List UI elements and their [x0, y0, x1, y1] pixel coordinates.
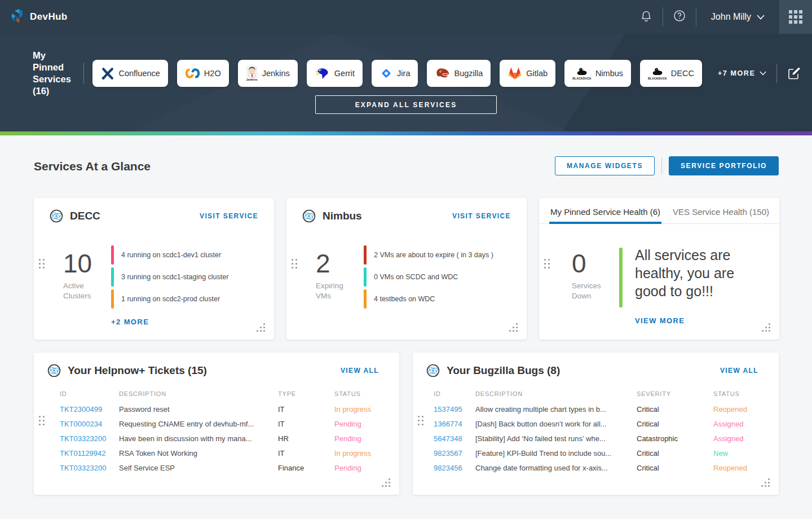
ticket-status: Pending [334, 434, 361, 443]
service-chip-jira[interactable]: Jira [372, 60, 418, 87]
manage-widgets-button[interactable]: MANAGE WIDGETS [555, 156, 655, 175]
resize-grip[interactable] [760, 478, 770, 487]
item-color-bar [364, 289, 367, 309]
ticket-desc: Self Service ESP [119, 464, 175, 472]
bug-status: Assigned [713, 420, 743, 428]
tab-my-pinned-service-health[interactable]: My Pinned Service Health (6) [549, 198, 661, 223]
service-chip-label: Nimbus [595, 69, 623, 78]
app-launcher-button[interactable] [779, 0, 812, 34]
resize-grip[interactable] [760, 323, 770, 332]
table-row[interactable]: TKT03323200 Have been in discussion with… [34, 432, 399, 447]
ticket-id[interactable]: TKT2300499 [60, 405, 102, 414]
bug-id[interactable]: 1537495 [434, 405, 462, 414]
list-item: 3 running on scdc1-staging cluster [111, 267, 263, 287]
bug-id[interactable]: 9823456 [434, 464, 462, 472]
service-chip-nimbus[interactable]: BLACKDUCK Nimbus [564, 60, 631, 87]
service-chip-bugzilla[interactable]: Bugzilla [427, 60, 491, 87]
column-header-status: STATUS [713, 390, 740, 397]
more-services-button[interactable]: +7 MORE [718, 69, 766, 77]
bugzilla-icon [435, 67, 450, 80]
table-row[interactable]: TKT03323200 Self Service ESP Finance Pen… [34, 461, 399, 476]
widget-globe-icon [426, 364, 440, 377]
bug-status: Assigned [713, 434, 743, 443]
help-button[interactable] [663, 0, 696, 34]
item-text: 2 VMs are about to expire ( in 3 days ) [374, 251, 493, 259]
service-chip-label: Jenkins [262, 69, 290, 78]
drag-handle[interactable] [292, 259, 297, 269]
service-chip-gitlab[interactable]: Gitlab [500, 60, 555, 87]
service-portfolio-button[interactable]: SERVICE PORTFOLIO [669, 156, 779, 175]
expand-all-services-button[interactable]: EXPAND ALL SERVICES [315, 95, 497, 114]
health-message: All services are healthy, you are good t… [635, 246, 767, 300]
column-header-type: TYPE [278, 390, 296, 397]
drag-handle[interactable] [39, 259, 45, 269]
metric-label: Active Clusters [63, 281, 103, 301]
item-text: 4 running on scdc1-dev1 cluster [121, 251, 221, 259]
gradient-divider [0, 131, 812, 135]
ticket-id[interactable]: TKT03323200 [60, 464, 106, 472]
view-all-link[interactable]: VIEW ALL [341, 367, 379, 375]
devhub-logo-icon [9, 8, 24, 26]
gitlab-icon [508, 67, 522, 80]
view-more-link[interactable]: VIEW MORE [635, 316, 685, 325]
blackduck-icon-caption: BLACKDUCK [572, 77, 592, 80]
service-chip-label: Gerrit [334, 69, 355, 78]
bug-status: New [713, 449, 728, 458]
bug-id[interactable]: 9823567 [434, 449, 462, 458]
ticket-desc: Requesting CNAME entry of devhub-mf... [119, 420, 254, 428]
notifications-button[interactable] [630, 0, 663, 34]
divider [776, 64, 777, 83]
page-title: Services At a Glance [34, 160, 151, 173]
table-row[interactable]: 5647348 [Stability] Add ‘No failed test … [413, 432, 779, 447]
bug-desc: Change date formatting used for x-axis..… [475, 464, 608, 472]
ticket-status: Pending [334, 420, 361, 428]
bug-status: Reopened [713, 464, 747, 472]
table-row[interactable]: 9823456 Change date formatting used for … [413, 461, 779, 476]
bug-desc: [Dash] Back button doesn’t work for all.… [475, 420, 607, 428]
service-chip-confluence[interactable]: Confluence [92, 60, 167, 87]
table-row[interactable]: TKT01129942 RSA Token Not Working IT In … [34, 447, 399, 461]
drag-handle[interactable] [544, 259, 550, 269]
bug-severity: Critical [637, 405, 659, 414]
table-row[interactable]: 9823567 [Feature] KPI-Build Trend to inc… [413, 447, 779, 461]
bug-severity: Critical [637, 464, 659, 472]
service-chip-decc[interactable]: BLACKDUCK DECC [640, 60, 702, 87]
card-title: DECC [70, 210, 100, 222]
view-all-link[interactable]: VIEW ALL [720, 367, 758, 375]
table-row[interactable]: TKT0000234 Requesting CNAME entry of dev… [34, 417, 399, 432]
metric-value: 0 [572, 250, 611, 276]
bug-id[interactable]: 5647348 [434, 434, 462, 443]
resize-grip[interactable] [255, 323, 265, 332]
table-row[interactable]: 1537495 Allow creating multiple chart ty… [413, 403, 779, 417]
visit-service-link[interactable]: VISIT SERVICE [200, 212, 258, 220]
service-chip-h2o[interactable]: H2O [177, 60, 229, 87]
bug-severity: Critical [637, 449, 659, 458]
bug-id[interactable]: 1366774 [434, 420, 462, 428]
tab-ves-service-health[interactable]: VES Service Health (150) [672, 198, 770, 223]
metric-label: Services Down [572, 281, 611, 301]
service-chip-jenkins[interactable]: Jenkins Jenkins [238, 60, 298, 87]
resize-grip[interactable] [380, 478, 390, 487]
service-chip-label: Bugzilla [454, 69, 483, 78]
help-icon [673, 9, 686, 25]
widget-globe-icon [302, 209, 316, 223]
ticket-id[interactable]: TKT01129942 [60, 449, 105, 458]
service-chip-gerrit[interactable]: Gerrit [307, 60, 363, 87]
ticket-type: IT [278, 420, 285, 428]
table-row[interactable]: 1366774 [Dash] Back button doesn’t work … [413, 417, 779, 432]
table-row[interactable]: TKT2300499 Password reset IT In progress [34, 403, 399, 417]
column-header-description: DESCRIPTION [475, 390, 523, 397]
visit-service-link[interactable]: VISIT SERVICE [452, 212, 511, 220]
item-color-bar [111, 289, 114, 309]
resize-grip[interactable] [508, 323, 518, 332]
ticket-id[interactable]: TKT03323200 [60, 434, 106, 443]
list-item: 1 running on scdc2-prod cluster [111, 289, 263, 309]
more-services-label: +7 MORE [718, 69, 755, 77]
show-more-link[interactable]: +2 MORE [111, 318, 149, 326]
ticket-type: HR [278, 434, 289, 443]
user-menu[interactable]: John Milly [696, 12, 779, 22]
brand[interactable]: DevHub [0, 8, 68, 26]
ticket-status: Pending [334, 464, 361, 472]
edit-pinned-services-button[interactable] [787, 67, 801, 80]
ticket-id[interactable]: TKT0000234 [60, 420, 102, 428]
